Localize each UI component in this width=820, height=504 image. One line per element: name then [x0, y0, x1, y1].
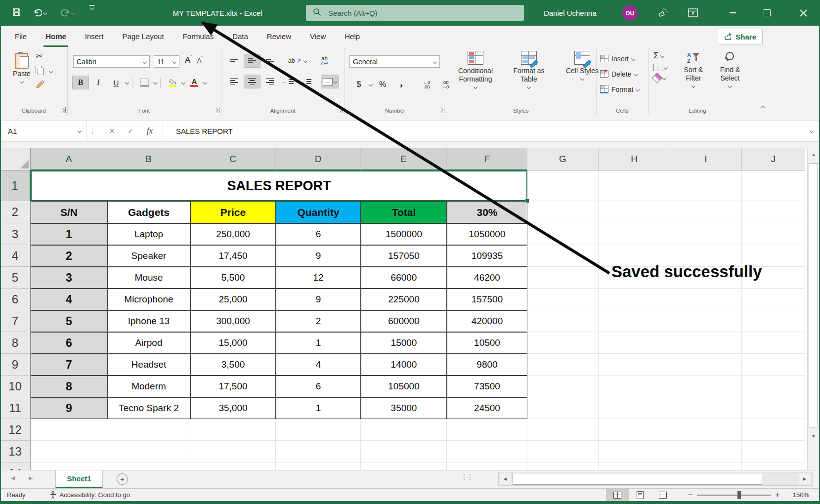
cell[interactable]: [190, 419, 276, 441]
cell[interactable]: [742, 289, 805, 310]
cell[interactable]: [742, 223, 805, 245]
paste-button[interactable]: Paste: [6, 49, 38, 84]
cell[interactable]: [527, 170, 599, 201]
cell[interactable]: [527, 245, 599, 267]
table-header-30-[interactable]: 30%: [447, 201, 527, 223]
table-header-price[interactable]: Price: [190, 201, 276, 223]
sort-filter-button[interactable]: AZSort & Filter: [675, 49, 712, 88]
fill-handle[interactable]: [525, 199, 529, 203]
cell[interactable]: [742, 462, 805, 470]
cell[interactable]: [742, 376, 805, 397]
align-right-button[interactable]: [261, 75, 278, 88]
data-cell[interactable]: 15,000: [190, 332, 276, 354]
row-header-14[interactable]: 14: [0, 462, 31, 470]
tab-review[interactable]: Review: [259, 26, 299, 47]
find-select-button[interactable]: Find & Select: [712, 49, 748, 88]
increase-indent-button[interactable]: →: [297, 75, 314, 88]
data-cell[interactable]: 15000: [361, 332, 447, 354]
comma-style-button[interactable]: ,: [393, 76, 410, 93]
column-header-f[interactable]: F: [447, 148, 527, 170]
merge-and-center-button[interactable]: ↔: [321, 75, 339, 88]
data-cell[interactable]: 3: [31, 267, 107, 289]
data-cell[interactable]: 9: [276, 245, 361, 267]
cell[interactable]: [276, 419, 361, 441]
enter-icon[interactable]: ✓: [128, 126, 134, 135]
data-cell[interactable]: 24500: [447, 397, 527, 419]
row-header-12[interactable]: 12: [0, 419, 31, 441]
accessibility-status[interactable]: Accessibility: Good to go: [49, 491, 130, 499]
data-cell[interactable]: 46200: [447, 267, 527, 289]
cell[interactable]: [670, 397, 742, 419]
data-cell[interactable]: 66000: [361, 267, 447, 289]
collapse-ribbon-button[interactable]: [761, 106, 765, 110]
data-cell[interactable]: 1500000: [361, 223, 447, 245]
name-box-dropdown[interactable]: [78, 129, 82, 133]
zoom-slider[interactable]: [697, 495, 771, 496]
data-cell[interactable]: 7: [31, 354, 107, 376]
data-cell[interactable]: Tecno Spark 2: [107, 397, 190, 419]
data-cell[interactable]: 6: [31, 332, 107, 354]
cell[interactable]: [599, 419, 670, 441]
cell[interactable]: [276, 462, 361, 470]
tab-home[interactable]: Home: [38, 26, 74, 47]
cell[interactable]: [190, 441, 276, 462]
row-header-4[interactable]: 4: [0, 245, 31, 267]
column-header-h[interactable]: H: [599, 148, 670, 170]
minimize-button[interactable]: [723, 0, 742, 26]
cell[interactable]: [107, 462, 190, 470]
data-cell[interactable]: 14000: [361, 354, 447, 376]
font-color-dropdown[interactable]: [203, 81, 207, 84]
data-cell[interactable]: 5,500: [190, 267, 276, 289]
normal-view-button[interactable]: [606, 489, 629, 501]
data-cell[interactable]: 35000: [361, 397, 447, 419]
cell[interactable]: [527, 332, 599, 354]
data-cell[interactable]: 25,000: [190, 289, 276, 310]
cell[interactable]: [361, 419, 447, 441]
data-cell[interactable]: 105000: [361, 376, 447, 397]
cell[interactable]: [527, 441, 599, 462]
underline-button[interactable]: U: [108, 76, 125, 89]
data-cell[interactable]: Moderm: [107, 376, 190, 397]
underline-dropdown[interactable]: [125, 81, 129, 84]
zoom-slider-thumb[interactable]: [737, 491, 741, 499]
cell[interactable]: [670, 201, 742, 223]
cell[interactable]: [670, 223, 742, 245]
cell[interactable]: [31, 462, 107, 470]
fill-color-dropdown[interactable]: [181, 81, 185, 84]
row-header-13[interactable]: 13: [0, 441, 31, 462]
cell[interactable]: [742, 441, 805, 462]
cell[interactable]: [527, 289, 599, 310]
borders-dropdown[interactable]: [153, 81, 157, 84]
cell[interactable]: [527, 354, 599, 376]
coming-soon-icon[interactable]: [652, 0, 672, 26]
data-cell[interactable]: 157500: [447, 289, 527, 310]
column-header-a[interactable]: A: [31, 148, 107, 170]
zoom-out-button[interactable]: −: [688, 490, 693, 500]
column-header-j[interactable]: J: [742, 148, 805, 170]
data-cell[interactable]: 300,000: [190, 310, 276, 332]
cell[interactable]: [599, 201, 670, 223]
cell[interactable]: [670, 289, 742, 310]
cell[interactable]: [599, 354, 670, 376]
row-header-6[interactable]: 6: [0, 289, 31, 310]
data-cell[interactable]: 9: [31, 397, 107, 419]
align-center-button[interactable]: [244, 75, 260, 88]
cell[interactable]: [599, 397, 670, 419]
format-as-table-button[interactable]: Format as Table: [502, 48, 556, 89]
column-header-d[interactable]: D: [276, 148, 361, 170]
data-cell[interactable]: 3,500: [190, 354, 276, 376]
data-cell[interactable]: Airpod: [107, 332, 190, 354]
cell[interactable]: [527, 376, 599, 397]
data-cell[interactable]: 1: [276, 397, 361, 419]
data-cell[interactable]: 109935: [447, 245, 527, 267]
cell[interactable]: [447, 419, 527, 441]
font-name-select[interactable]: Calibri: [73, 55, 150, 68]
row-header-1[interactable]: 1: [0, 170, 31, 201]
cell[interactable]: [527, 419, 599, 441]
vertical-scroll-thumb[interactable]: [809, 163, 818, 427]
number-dialog-launcher[interactable]: [438, 107, 444, 113]
font-dialog-launcher[interactable]: [214, 107, 219, 113]
cell[interactable]: [599, 289, 670, 310]
name-box[interactable]: A1: [0, 121, 86, 141]
column-header-b[interactable]: B: [107, 148, 190, 170]
